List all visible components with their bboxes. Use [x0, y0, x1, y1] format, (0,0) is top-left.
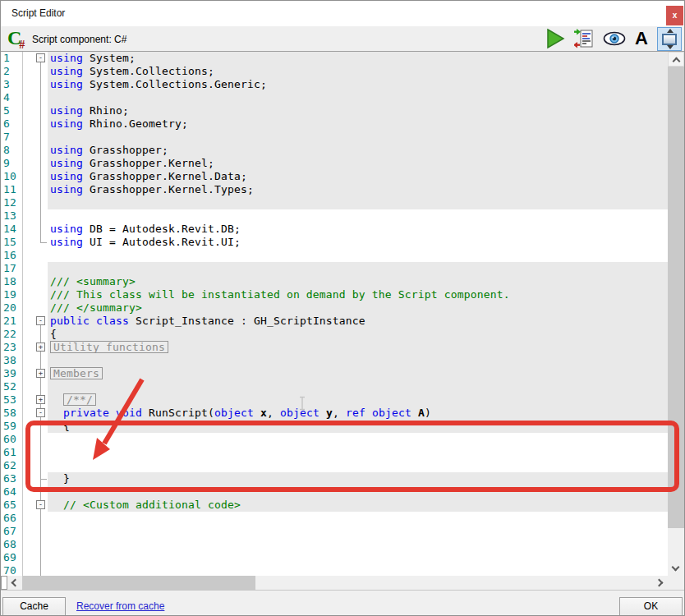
- code-line[interactable]: 18/// <summary>: [1, 275, 668, 288]
- code-text[interactable]: using Grasshopper.Kernel;: [48, 157, 668, 170]
- code-line[interactable]: 38: [1, 354, 668, 367]
- scroll-down-button[interactable]: [668, 561, 684, 576]
- code-line[interactable]: 3using System.Collections.Generic;: [1, 78, 668, 91]
- code-text[interactable]: using Grasshopper.Kernel.Types;: [48, 183, 668, 196]
- fold-margin[interactable]: +: [23, 341, 48, 354]
- code-lines[interactable]: 1-using System;2using System.Collections…: [1, 52, 668, 576]
- code-line[interactable]: 63 }: [1, 472, 668, 485]
- fold-margin[interactable]: +: [23, 367, 48, 380]
- code-line[interactable]: 9using Grasshopper.Kernel;: [1, 157, 668, 170]
- code-text[interactable]: [48, 459, 668, 472]
- fold-expand-icon[interactable]: +: [36, 369, 45, 378]
- code-text[interactable]: [48, 551, 668, 564]
- code-text[interactable]: using System.Collections.Generic;: [48, 78, 668, 91]
- code-text[interactable]: using Grasshopper;: [48, 144, 668, 157]
- close-button[interactable]: x: [666, 6, 683, 25]
- code-text[interactable]: using Grasshopper.Kernel.Data;: [48, 170, 668, 183]
- code-text[interactable]: [48, 564, 668, 576]
- scroll-right-button[interactable]: [653, 576, 668, 590]
- code-line[interactable]: 5using Rhino;: [1, 104, 668, 117]
- horizontal-scroll-thumb[interactable]: [22, 576, 255, 590]
- code-line[interactable]: 7: [1, 131, 668, 144]
- code-line[interactable]: 16: [1, 249, 668, 262]
- code-line[interactable]: 10using Grasshopper.Kernel.Data;: [1, 170, 668, 183]
- scroll-left-button[interactable]: [7, 576, 22, 590]
- code-line[interactable]: 6using Rhino.Geometry;: [1, 117, 668, 131]
- code-text[interactable]: [48, 91, 668, 104]
- code-line[interactable]: 69: [1, 551, 668, 564]
- vertical-scroll-thumb[interactable]: [668, 67, 684, 528]
- code-line[interactable]: 8using Grasshopper;: [1, 144, 668, 157]
- code-line[interactable]: 13: [1, 209, 668, 223]
- code-line[interactable]: 17: [1, 262, 668, 275]
- code-text[interactable]: Members: [48, 367, 668, 380]
- code-line[interactable]: 52: [1, 380, 668, 393]
- code-line[interactable]: 1-using System;: [1, 52, 668, 65]
- ok-button[interactable]: OK: [619, 597, 683, 616]
- code-line[interactable]: 61: [1, 446, 668, 459]
- code-text[interactable]: [48, 433, 668, 446]
- code-line[interactable]: 2using System.Collections;: [1, 65, 668, 78]
- code-line[interactable]: 60: [1, 433, 668, 446]
- code-line[interactable]: 20/// </summary>: [1, 301, 668, 315]
- code-line[interactable]: 11using Grasshopper.Kernel.Types;: [1, 183, 668, 196]
- fold-collapse-icon[interactable]: -: [36, 408, 45, 417]
- code-text[interactable]: [48, 131, 668, 144]
- code-text[interactable]: [48, 512, 668, 525]
- code-line[interactable]: 15using UI = Autodesk.Revit.UI;: [1, 236, 668, 249]
- code-line[interactable]: 21-public class Script_Instance : GH_Scr…: [1, 315, 668, 328]
- code-text[interactable]: /// This class will be instantiated on d…: [48, 288, 668, 301]
- scroll-up-button[interactable]: [668, 52, 684, 67]
- fold-margin[interactable]: -: [23, 499, 48, 512]
- code-line[interactable]: 22{: [1, 328, 668, 341]
- code-text[interactable]: [48, 262, 668, 275]
- code-line[interactable]: 68: [1, 538, 668, 551]
- code-line[interactable]: 65- // <Custom additional code>: [1, 499, 668, 512]
- preview-button[interactable]: [603, 30, 626, 47]
- code-text[interactable]: [48, 196, 668, 209]
- cache-button[interactable]: Cache: [2, 597, 66, 616]
- code-text[interactable]: [48, 380, 668, 393]
- check-source-button[interactable]: [574, 28, 594, 49]
- code-text[interactable]: [48, 446, 668, 459]
- code-line[interactable]: 66: [1, 512, 668, 525]
- code-text[interactable]: Utility functions: [48, 341, 668, 354]
- code-line[interactable]: 14using DB = Autodesk.Revit.DB;: [1, 223, 668, 236]
- code-line[interactable]: 4: [1, 91, 668, 104]
- fold-margin[interactable]: -: [23, 52, 48, 65]
- fold-margin[interactable]: -: [23, 315, 48, 328]
- run-button[interactable]: [545, 28, 565, 49]
- code-text[interactable]: using System.Collections;: [48, 65, 668, 78]
- code-line[interactable]: 39+Members: [1, 367, 668, 380]
- code-line[interactable]: 64: [1, 485, 668, 499]
- code-text[interactable]: /// <summary>: [48, 275, 668, 288]
- fold-collapse-icon[interactable]: -: [36, 500, 45, 509]
- code-text[interactable]: using DB = Autodesk.Revit.DB;: [48, 223, 668, 236]
- code-text[interactable]: using Rhino;: [48, 104, 668, 117]
- code-line[interactable]: 62: [1, 459, 668, 472]
- fold-expand-icon[interactable]: +: [36, 342, 45, 352]
- code-line[interactable]: 19/// This class will be instantiated on…: [1, 288, 668, 301]
- code-text[interactable]: private void RunScript(object x, object …: [48, 407, 668, 420]
- code-line[interactable]: 70: [1, 564, 668, 576]
- code-text[interactable]: public class Script_Instance : GH_Script…: [48, 315, 668, 328]
- fit-editor-button[interactable]: [657, 27, 682, 51]
- recover-from-cache-link[interactable]: Recover from cache: [76, 600, 164, 612]
- font-button[interactable]: A: [635, 30, 648, 48]
- code-text[interactable]: using Rhino.Geometry;: [48, 117, 668, 131]
- code-text[interactable]: {: [48, 420, 668, 433]
- fold-margin[interactable]: -: [23, 407, 48, 420]
- code-line[interactable]: 12: [1, 196, 668, 209]
- code-line[interactable]: 53+ /**/: [1, 393, 668, 407]
- code-text[interactable]: [48, 485, 668, 499]
- code-text[interactable]: [48, 525, 668, 538]
- code-text[interactable]: using System;: [48, 52, 668, 65]
- fold-margin[interactable]: +: [23, 393, 48, 407]
- code-line[interactable]: 67: [1, 525, 668, 538]
- code-text[interactable]: using UI = Autodesk.Revit.UI;: [48, 236, 668, 249]
- scrollbar-grip[interactable]: [1, 576, 7, 590]
- code-text[interactable]: [48, 209, 668, 223]
- code-text[interactable]: {: [48, 328, 668, 341]
- vertical-scrollbar[interactable]: [668, 52, 684, 576]
- fold-expand-icon[interactable]: +: [36, 395, 45, 404]
